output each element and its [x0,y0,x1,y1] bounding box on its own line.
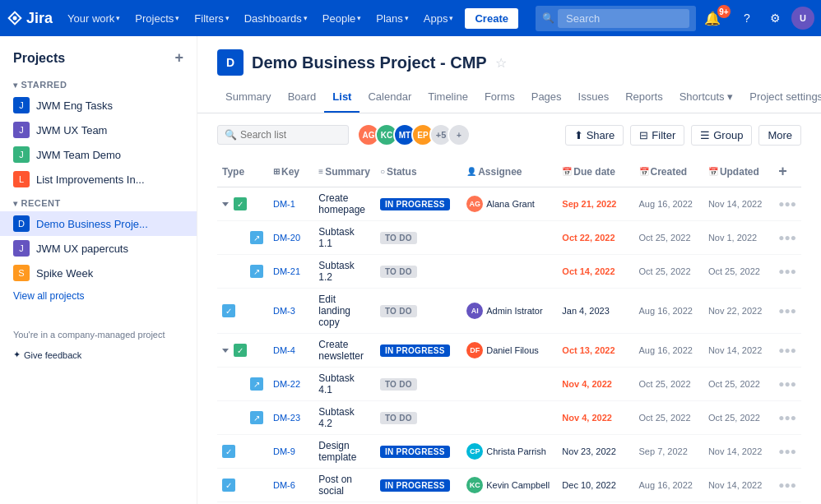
cell-key[interactable]: DM-20 [268,221,313,255]
nav-projects[interactable]: Projects ▾ [128,9,186,28]
sidebar-item-label: Spike Week [36,267,93,280]
tab-summary[interactable]: Summary [217,82,280,113]
cell-key[interactable]: DM-9 [268,435,313,469]
cell-actions[interactable]: ●●● [773,289,801,334]
row-expander[interactable] [222,202,232,206]
nav-people[interactable]: People ▾ [316,9,368,28]
cell-summary: Create homepage [313,187,375,221]
cell-key[interactable]: DM-4 [268,334,313,368]
tab-forms[interactable]: Forms [476,82,523,113]
cell-key[interactable]: DM-21 [268,255,313,289]
cell-due-date: Nov 23, 2022 [557,435,633,469]
cell-status: IN PROGRESS [375,469,462,502]
row-expander[interactable] [222,349,232,353]
cell-actions[interactable]: ●●● [773,187,801,221]
filter-button[interactable]: ⊟ Filter [630,125,684,146]
search-input[interactable] [558,9,689,28]
cell-key[interactable]: DM-22 [268,368,313,401]
tab-timeline[interactable]: Timeline [420,82,476,113]
nav-filters[interactable]: Filters ▾ [188,9,235,28]
type-icon: ↗ [250,377,263,391]
tab-calendar[interactable]: Calendar [359,82,420,113]
type-icon: ✓ [222,445,235,458]
issue-key[interactable]: DM-6 [273,480,295,490]
nav-apps[interactable]: Apps ▾ [417,9,461,28]
row-menu-icon[interactable]: ●●● [778,232,796,243]
add-project-button[interactable]: + [174,49,183,67]
sidebar-item-label: JWM Eng Tasks [36,99,113,112]
tab-pages[interactable]: Pages [523,82,570,113]
row-menu-icon[interactable]: ●●● [778,266,796,277]
project-title: Demo Business Project - CMP [252,53,487,72]
tab-reports[interactable]: Reports [617,82,671,113]
issue-key[interactable]: DM-1 [273,199,295,209]
share-button[interactable]: ⬆ Share [565,125,624,146]
sidebar-item-spike[interactable]: S Spike Week [0,261,197,285]
user-avatar[interactable]: U [791,7,814,30]
cell-key[interactable]: DM-1 [268,187,313,221]
sidebar-item-jwm-ux-p[interactable]: J JWM UX papercuts [0,236,197,261]
issue-key[interactable]: DM-21 [273,266,300,276]
more-button[interactable]: More [758,125,801,146]
issue-key[interactable]: DM-20 [273,233,300,243]
issue-key[interactable]: DM-3 [273,306,295,316]
row-menu-icon[interactable]: ●●● [778,344,796,356]
row-menu-icon[interactable]: ●●● [778,305,796,317]
cell-actions[interactable]: ●●● [773,469,801,502]
help-icon[interactable]: ? [735,7,758,30]
cell-actions[interactable]: ●●● [773,401,801,435]
cell-actions[interactable]: ●●● [773,435,801,469]
tab-project-settings[interactable]: Project settings [741,82,821,113]
cell-actions[interactable]: ●●● [773,334,801,368]
view-all-projects[interactable]: View all projects [0,285,197,307]
search-list-input[interactable] [240,129,341,141]
list-toolbar: 🔍 AG KC MT EP +5 + ⬆ Share ⊟ Filter [197,113,821,156]
nav-your-work[interactable]: Your work ▾ [61,9,127,28]
tab-shortcuts[interactable]: Shortcuts ▾ [671,82,742,113]
tab-issues[interactable]: Issues [570,82,618,113]
sidebar-item-demo-biz[interactable]: D Demo Business Proje... [0,211,197,236]
sidebar-item-jwm-eng[interactable]: J JWM Eng Tasks [0,93,197,118]
search-list-box[interactable]: 🔍 [217,125,349,145]
issue-key[interactable]: DM-9 [273,446,295,456]
tab-list[interactable]: List [324,82,359,113]
row-menu-icon[interactable]: ●●● [778,412,796,423]
group-button[interactable]: ☰ Group [691,125,752,146]
row-menu-icon[interactable]: ●●● [778,446,796,457]
row-menu-icon[interactable]: ●●● [778,479,796,491]
cell-status: IN PROGRESS [375,334,462,368]
settings-icon[interactable]: ⚙ [763,7,786,30]
cell-key[interactable]: DM-6 [268,469,313,502]
issue-key[interactable]: DM-22 [273,379,300,389]
star-button[interactable]: ☆ [495,55,507,71]
col-header-actions[interactable]: + [773,156,801,187]
issue-key[interactable]: DM-23 [273,413,300,423]
avatar-filter-add[interactable]: + [448,123,471,146]
cell-actions[interactable]: ●●● [773,221,801,255]
row-menu-icon[interactable]: ●●● [778,378,796,390]
cell-key[interactable]: DM-3 [268,289,313,334]
issue-key[interactable]: DM-4 [273,345,295,355]
assignee-cell: CP Christa Parrish [466,443,552,460]
notification-bell[interactable]: 🔔 9+ [701,7,731,30]
cell-due-date: Nov 4, 2022 [557,368,633,401]
cell-actions[interactable]: ●●● [773,368,801,401]
tab-board[interactable]: Board [280,82,325,113]
create-button[interactable]: Create [465,8,517,29]
cell-type: ↗ [217,221,268,255]
sidebar-item-list-imp[interactable]: L List Improvements In... [0,167,197,192]
cell-created: Aug 16, 2022 [634,187,703,221]
table-row: ↗ DM-21 Subtask 1.2 TO DO Oct 14, 2022 O… [217,255,801,289]
cell-updated: Nov 14, 2022 [703,334,773,368]
cell-key[interactable]: DM-23 [268,401,313,435]
row-menu-icon[interactable]: ●●● [778,198,796,210]
give-feedback-button[interactable]: ✦ Give feedback [0,346,197,363]
cell-status: IN PROGRESS [375,435,462,469]
nav-plans[interactable]: Plans ▾ [369,9,415,28]
sidebar-item-jwm-ux[interactable]: J JWM UX Team [0,118,197,142]
status-badge: TO DO [380,232,417,244]
cell-actions[interactable]: ●●● [773,255,801,289]
due-date-value: Nov 4, 2022 [562,413,612,423]
nav-dashboards[interactable]: Dashboards ▾ [238,9,314,28]
sidebar-item-jwm-team[interactable]: J JWM Team Demo [0,142,197,167]
